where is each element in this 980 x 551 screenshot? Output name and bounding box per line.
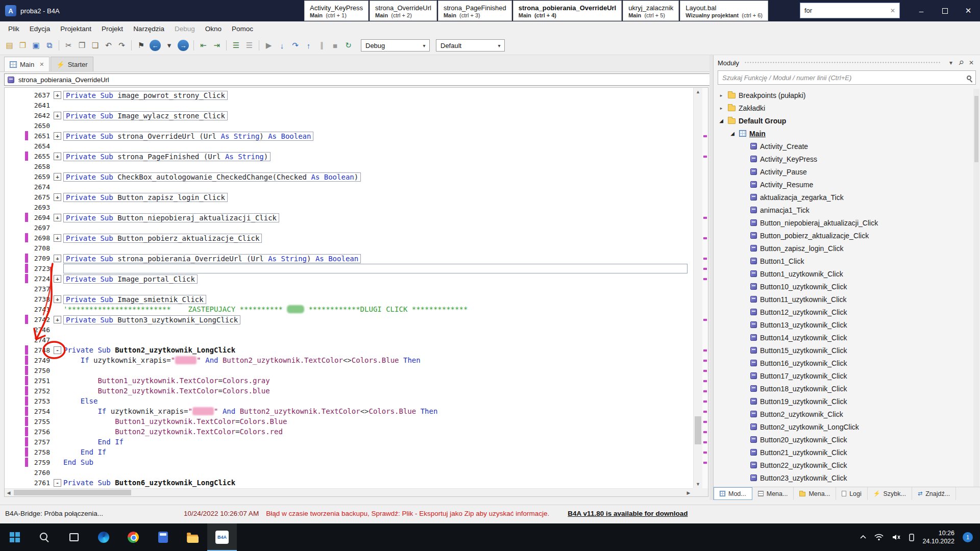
fold-expand-icon[interactable]: + bbox=[54, 234, 61, 242]
bookmark-icon[interactable]: ⚑ bbox=[135, 39, 148, 52]
editor-tab-main[interactable]: Main✕ bbox=[4, 57, 50, 71]
scroll-down-icon[interactable] bbox=[694, 480, 702, 488]
calculator-taskbar-button[interactable] bbox=[148, 523, 178, 551]
copy-icon[interactable]: ❐ bbox=[76, 39, 88, 52]
editor-tab-starter[interactable]: ⚡Starter bbox=[51, 57, 93, 71]
code-line[interactable]: 2650 bbox=[5, 121, 693, 131]
close-tab-icon[interactable]: ✕ bbox=[39, 61, 44, 68]
code-line[interactable]: 2723 bbox=[5, 264, 693, 274]
clear-search-icon[interactable]: ✕ bbox=[890, 7, 895, 14]
code-line[interactable]: 2752 Button2_uzytkownik.TextColor=Colors… bbox=[5, 386, 693, 396]
step-over-icon[interactable]: ↷ bbox=[289, 39, 302, 52]
fold-collapse-icon[interactable]: - bbox=[54, 346, 61, 354]
minimize-button[interactable]: – bbox=[910, 0, 933, 21]
file-explorer-taskbar-button[interactable] bbox=[178, 523, 207, 551]
new-file-icon[interactable]: ▤ bbox=[3, 39, 16, 52]
code-line[interactable]: 2708 bbox=[5, 243, 693, 254]
fold-expand-icon[interactable]: + bbox=[54, 193, 61, 201]
menu-edycja[interactable]: Edycja bbox=[24, 25, 56, 33]
module-tree-method[interactable]: Activity_Pause bbox=[715, 165, 973, 178]
stop-icon[interactable]: ■ bbox=[329, 39, 341, 52]
module-tree-method[interactable]: Button2_uzytkownik_LongClick bbox=[715, 420, 973, 433]
bottom-tab-znajdź[interactable]: ⇄Znajdź... bbox=[912, 487, 956, 500]
code-line[interactable]: 2750 bbox=[5, 366, 693, 376]
search-taskbar-button[interactable] bbox=[30, 523, 59, 551]
code-line[interactable]: 2651+Private Sub strona_OverrideUrl (Url… bbox=[5, 131, 693, 141]
fold-collapse-icon[interactable]: - bbox=[54, 479, 61, 487]
clock[interactable]: 10:26 24.10.2022 bbox=[922, 529, 954, 546]
module-tree-method[interactable]: Button23_uzytkownik_Click bbox=[715, 471, 973, 484]
bottom-tab-mena[interactable]: Mena... bbox=[794, 487, 836, 500]
pin-icon[interactable]: ⚲ bbox=[954, 56, 967, 69]
code-line[interactable]: 2697 bbox=[5, 223, 693, 233]
quick-tab-Activity_KeyPress[interactable]: Activity_KeyPressMain (ctrl + 1) bbox=[304, 1, 369, 21]
maximize-button[interactable] bbox=[933, 0, 957, 21]
step-out-icon[interactable]: ↑ bbox=[302, 39, 315, 52]
module-tree-method[interactable]: animacja1_Tick bbox=[715, 204, 973, 216]
menu-narzędzia[interactable]: Narzędzia bbox=[128, 25, 169, 33]
code-line[interactable]: 2761-Private Sub Button6_uzytkownik_Long… bbox=[5, 478, 693, 488]
code-line[interactable]: 2737 bbox=[5, 284, 693, 294]
tree-scrollbar[interactable] bbox=[973, 89, 979, 487]
hidden-icons-chevron-icon[interactable] bbox=[860, 535, 866, 539]
code-line[interactable]: 2758 End If bbox=[5, 447, 693, 458]
module-tree-method[interactable]: Button1_uzytkownik_Click bbox=[715, 267, 973, 280]
fold-expand-icon[interactable]: + bbox=[54, 153, 61, 160]
module-tree-item[interactable]: ◢Default Group bbox=[715, 114, 973, 127]
code-line[interactable]: 2642+Private Sub Image_wylacz_strone_Cli… bbox=[5, 111, 693, 121]
bottom-tab-szybk[interactable]: ⚡Szybk... bbox=[868, 487, 912, 500]
editor-vertical-scrollbar[interactable] bbox=[693, 88, 702, 488]
fold-expand-icon[interactable]: + bbox=[54, 316, 61, 323]
module-tree-item[interactable]: ▸Breakpoints (pułapki) bbox=[715, 89, 973, 102]
step-into-icon[interactable]: ↓ bbox=[276, 39, 288, 52]
restart-icon[interactable]: ↻ bbox=[342, 39, 355, 52]
code-line[interactable]: 2755 Button1_uzytkownik.TextColor=Colors… bbox=[5, 417, 693, 427]
back-history-icon[interactable]: ▾ bbox=[163, 39, 176, 52]
start-taskbar-button[interactable] bbox=[0, 523, 30, 551]
redo-icon[interactable]: ↷ bbox=[115, 39, 128, 52]
fold-expand-icon[interactable]: + bbox=[54, 112, 61, 119]
quick-tab-strona_OverrideUrl[interactable]: strona_OverrideUrlMain (ctrl + 2) bbox=[370, 1, 437, 21]
quick-tab-strona_pobierania_OverrideUrl[interactable]: strona_pobierania_OverrideUrlMain (ctrl … bbox=[513, 1, 622, 21]
run-icon[interactable]: ▶ bbox=[262, 39, 275, 52]
module-tree-method[interactable]: Button13_uzytkownik_Click bbox=[715, 318, 973, 331]
code-line[interactable]: 2746 bbox=[5, 325, 693, 335]
code-line[interactable]: 2641 bbox=[5, 101, 693, 111]
b4a-taskbar-button[interactable]: B4A bbox=[207, 523, 237, 551]
module-tree-method[interactable]: Button12_uzytkownik_Click bbox=[715, 306, 973, 318]
module-tree-method[interactable]: Activity_Resume bbox=[715, 178, 973, 191]
menu-debug[interactable]: Debug bbox=[169, 25, 200, 33]
module-tree-method[interactable]: Button_pobierz_aktualizacje_Click bbox=[715, 229, 973, 242]
fold-expand-icon[interactable]: + bbox=[54, 132, 61, 140]
save-icon[interactable]: ▣ bbox=[30, 39, 42, 52]
navigate-back-icon[interactable]: ← bbox=[150, 40, 161, 51]
code-line[interactable]: 2753 Else bbox=[5, 396, 693, 407]
code-line[interactable]: 2709+Private Sub strona_pobierania_Overr… bbox=[5, 254, 693, 264]
collapse-icon[interactable]: ◢ bbox=[729, 131, 736, 136]
edge-taskbar-button[interactable] bbox=[89, 523, 118, 551]
code-line[interactable]: 2658 bbox=[5, 162, 693, 172]
module-tree-method[interactable]: Button19_uzytkownik_Click bbox=[715, 395, 973, 408]
code-line[interactable]: 2757 End If bbox=[5, 437, 693, 447]
quick-tab-strona_PageFinished[interactable]: strona_PageFinishedMain (ctrl + 3) bbox=[438, 1, 512, 21]
comment-icon[interactable]: ☰ bbox=[230, 39, 242, 52]
module-tree-method[interactable]: Button17_uzytkownik_Click bbox=[715, 369, 973, 382]
module-tree-method[interactable]: Button16_uzytkownik_Click bbox=[715, 357, 973, 369]
module-search[interactable] bbox=[718, 70, 976, 85]
code-line[interactable]: 2654 bbox=[5, 141, 693, 152]
code-line[interactable]: 2694+Private Sub Button_niepobieraj_aktu… bbox=[5, 213, 693, 223]
code-line[interactable]: 2659+Private Sub CheckBox_autologowanie_… bbox=[5, 172, 693, 182]
code-line[interactable]: 2698+Private Sub Button_pobierz_aktualiz… bbox=[5, 233, 693, 243]
fold-expand-icon[interactable]: + bbox=[54, 275, 61, 283]
code-line[interactable]: 2749 If uzytkownik_xrapis="xxxxx" And Bu… bbox=[5, 356, 693, 366]
navigate-forward-icon[interactable]: → bbox=[178, 40, 189, 51]
scroll-left-icon[interactable] bbox=[5, 489, 13, 496]
fold-expand-icon[interactable]: + bbox=[54, 214, 61, 221]
menu-projekt[interactable]: Projekt bbox=[96, 25, 128, 33]
bottom-tab-mod[interactable]: Mod... bbox=[714, 487, 752, 500]
module-tree-method[interactable]: Button14_uzytkownik_Click bbox=[715, 331, 973, 344]
module-tree-method[interactable]: Button11_uzytkownik_Click bbox=[715, 293, 973, 306]
module-tree-method[interactable]: Button1_Click bbox=[715, 255, 973, 267]
undo-icon[interactable]: ↶ bbox=[102, 39, 115, 52]
code-line[interactable]: 2675+Private Sub Button_zapisz_login_Cli… bbox=[5, 192, 693, 203]
